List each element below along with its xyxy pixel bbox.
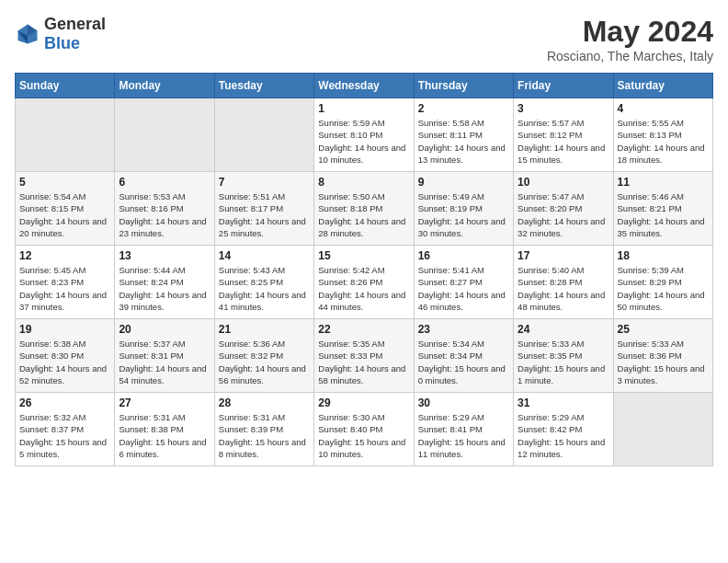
day-number: 7 xyxy=(219,176,310,189)
calendar-day-cell: 11Sunrise: 5:46 AMSunset: 8:21 PMDayligh… xyxy=(613,172,712,246)
calendar-day-cell: 22Sunrise: 5:35 AMSunset: 8:33 PMDayligh… xyxy=(314,319,414,393)
day-number: 26 xyxy=(19,396,110,409)
day-info: Sunrise: 5:29 AMSunset: 8:42 PMDaylight:… xyxy=(518,411,609,460)
calendar-day-cell: 14Sunrise: 5:43 AMSunset: 8:25 PMDayligh… xyxy=(214,246,313,319)
calendar-day-cell xyxy=(115,98,214,172)
calendar-week-row: 5Sunrise: 5:54 AMSunset: 8:15 PMDaylight… xyxy=(16,172,713,246)
day-number: 29 xyxy=(318,396,409,409)
calendar-day-cell: 9Sunrise: 5:49 AMSunset: 8:19 PMDaylight… xyxy=(414,172,513,246)
day-info: Sunrise: 5:39 AMSunset: 8:29 PMDaylight:… xyxy=(618,264,709,313)
day-info: Sunrise: 5:35 AMSunset: 8:33 PMDaylight:… xyxy=(318,338,409,386)
day-info: Sunrise: 5:49 AMSunset: 8:19 PMDaylight:… xyxy=(418,190,509,239)
day-of-week-header: Saturday xyxy=(613,74,712,98)
day-number: 6 xyxy=(119,176,210,189)
day-number: 2 xyxy=(418,102,509,115)
calendar-day-cell: 12Sunrise: 5:45 AMSunset: 8:23 PMDayligh… xyxy=(16,246,115,319)
day-number: 10 xyxy=(518,176,609,189)
calendar-day-cell: 1Sunrise: 5:59 AMSunset: 8:10 PMDaylight… xyxy=(314,98,414,172)
day-of-week-header: Tuesday xyxy=(214,74,313,98)
day-info: Sunrise: 5:45 AMSunset: 8:23 PMDaylight:… xyxy=(19,264,110,313)
calendar-week-row: 26Sunrise: 5:32 AMSunset: 8:37 PMDayligh… xyxy=(16,393,713,466)
day-info: Sunrise: 5:40 AMSunset: 8:28 PMDaylight:… xyxy=(518,264,609,313)
day-info: Sunrise: 5:51 AMSunset: 8:17 PMDaylight:… xyxy=(219,190,310,239)
day-number: 23 xyxy=(418,323,509,336)
calendar-day-cell: 16Sunrise: 5:41 AMSunset: 8:27 PMDayligh… xyxy=(414,246,513,319)
calendar-day-cell: 31Sunrise: 5:29 AMSunset: 8:42 PMDayligh… xyxy=(514,393,613,466)
day-info: Sunrise: 5:42 AMSunset: 8:26 PMDaylight:… xyxy=(318,264,409,313)
logo: General Blue xyxy=(15,15,106,53)
day-number: 30 xyxy=(418,396,509,409)
day-number: 31 xyxy=(518,396,609,409)
day-info: Sunrise: 5:54 AMSunset: 8:15 PMDaylight:… xyxy=(19,190,110,239)
day-number: 27 xyxy=(119,396,210,409)
day-number: 12 xyxy=(19,249,110,262)
day-info: Sunrise: 5:41 AMSunset: 8:27 PMDaylight:… xyxy=(418,264,509,313)
day-info: Sunrise: 5:44 AMSunset: 8:24 PMDaylight:… xyxy=(119,264,210,313)
calendar-day-cell: 7Sunrise: 5:51 AMSunset: 8:17 PMDaylight… xyxy=(214,172,313,246)
calendar-day-cell: 13Sunrise: 5:44 AMSunset: 8:24 PMDayligh… xyxy=(115,246,214,319)
calendar-day-cell: 5Sunrise: 5:54 AMSunset: 8:15 PMDaylight… xyxy=(16,172,115,246)
day-number: 22 xyxy=(318,323,409,336)
calendar-day-cell: 26Sunrise: 5:32 AMSunset: 8:37 PMDayligh… xyxy=(16,393,115,466)
day-number: 18 xyxy=(618,249,709,262)
day-info: Sunrise: 5:53 AMSunset: 8:16 PMDaylight:… xyxy=(119,190,210,239)
day-info: Sunrise: 5:37 AMSunset: 8:31 PMDaylight:… xyxy=(119,338,210,386)
day-info: Sunrise: 5:43 AMSunset: 8:25 PMDaylight:… xyxy=(219,264,310,313)
calendar-day-cell: 15Sunrise: 5:42 AMSunset: 8:26 PMDayligh… xyxy=(314,246,414,319)
day-info: Sunrise: 5:34 AMSunset: 8:34 PMDaylight:… xyxy=(418,338,509,386)
calendar-day-cell: 30Sunrise: 5:29 AMSunset: 8:41 PMDayligh… xyxy=(414,393,513,466)
calendar-table: SundayMondayTuesdayWednesdayThursdayFrid… xyxy=(15,73,713,466)
calendar-header-row: SundayMondayTuesdayWednesdayThursdayFrid… xyxy=(16,74,713,98)
calendar-day-cell: 3Sunrise: 5:57 AMSunset: 8:12 PMDaylight… xyxy=(514,98,613,172)
calendar-day-cell: 6Sunrise: 5:53 AMSunset: 8:16 PMDaylight… xyxy=(115,172,214,246)
calendar-day-cell xyxy=(613,393,712,466)
day-info: Sunrise: 5:31 AMSunset: 8:38 PMDaylight:… xyxy=(119,411,210,460)
day-number: 19 xyxy=(19,323,110,336)
month-title: May 2024 xyxy=(547,15,713,49)
calendar-day-cell: 23Sunrise: 5:34 AMSunset: 8:34 PMDayligh… xyxy=(414,319,513,393)
day-number: 4 xyxy=(618,102,709,115)
day-info: Sunrise: 5:29 AMSunset: 8:41 PMDaylight:… xyxy=(418,411,509,460)
day-info: Sunrise: 5:57 AMSunset: 8:12 PMDaylight:… xyxy=(518,117,609,166)
day-of-week-header: Thursday xyxy=(414,74,513,98)
calendar-week-row: 19Sunrise: 5:38 AMSunset: 8:30 PMDayligh… xyxy=(16,319,713,393)
day-of-week-header: Monday xyxy=(115,74,214,98)
day-number: 5 xyxy=(19,176,110,189)
title-area: May 2024 Rosciano, The Marches, Italy xyxy=(547,15,713,63)
day-number: 17 xyxy=(518,249,609,262)
day-info: Sunrise: 5:46 AMSunset: 8:21 PMDaylight:… xyxy=(618,190,709,239)
calendar-day-cell: 8Sunrise: 5:50 AMSunset: 8:18 PMDaylight… xyxy=(314,172,414,246)
day-of-week-header: Wednesday xyxy=(314,74,414,98)
day-number: 15 xyxy=(318,249,409,262)
day-number: 21 xyxy=(219,323,310,336)
calendar-day-cell: 10Sunrise: 5:47 AMSunset: 8:20 PMDayligh… xyxy=(514,172,613,246)
day-info: Sunrise: 5:59 AMSunset: 8:10 PMDaylight:… xyxy=(318,117,409,166)
day-number: 28 xyxy=(219,396,310,409)
calendar-week-row: 1Sunrise: 5:59 AMSunset: 8:10 PMDaylight… xyxy=(16,98,713,172)
day-number: 1 xyxy=(318,102,409,115)
calendar-week-row: 12Sunrise: 5:45 AMSunset: 8:23 PMDayligh… xyxy=(16,246,713,319)
day-number: 24 xyxy=(518,323,609,336)
day-info: Sunrise: 5:32 AMSunset: 8:37 PMDaylight:… xyxy=(19,411,110,460)
day-number: 9 xyxy=(418,176,509,189)
calendar-day-cell xyxy=(214,98,313,172)
day-info: Sunrise: 5:58 AMSunset: 8:11 PMDaylight:… xyxy=(418,117,509,166)
calendar-day-cell: 20Sunrise: 5:37 AMSunset: 8:31 PMDayligh… xyxy=(115,319,214,393)
calendar-day-cell: 18Sunrise: 5:39 AMSunset: 8:29 PMDayligh… xyxy=(613,246,712,319)
day-info: Sunrise: 5:55 AMSunset: 8:13 PMDaylight:… xyxy=(618,117,709,166)
calendar-day-cell: 27Sunrise: 5:31 AMSunset: 8:38 PMDayligh… xyxy=(115,393,214,466)
day-number: 3 xyxy=(518,102,609,115)
day-number: 25 xyxy=(618,323,709,336)
day-of-week-header: Sunday xyxy=(16,74,115,98)
day-info: Sunrise: 5:50 AMSunset: 8:18 PMDaylight:… xyxy=(318,190,409,239)
calendar-day-cell xyxy=(16,98,115,172)
day-number: 11 xyxy=(618,176,709,189)
day-info: Sunrise: 5:36 AMSunset: 8:32 PMDaylight:… xyxy=(219,338,310,386)
calendar-day-cell: 21Sunrise: 5:36 AMSunset: 8:32 PMDayligh… xyxy=(214,319,313,393)
calendar-day-cell: 17Sunrise: 5:40 AMSunset: 8:28 PMDayligh… xyxy=(514,246,613,319)
location-subtitle: Rosciano, The Marches, Italy xyxy=(547,49,713,63)
logo-text-general: General xyxy=(44,15,106,33)
day-info: Sunrise: 5:33 AMSunset: 8:35 PMDaylight:… xyxy=(518,338,609,386)
day-info: Sunrise: 5:38 AMSunset: 8:30 PMDaylight:… xyxy=(19,338,110,386)
day-info: Sunrise: 5:31 AMSunset: 8:39 PMDaylight:… xyxy=(219,411,310,460)
